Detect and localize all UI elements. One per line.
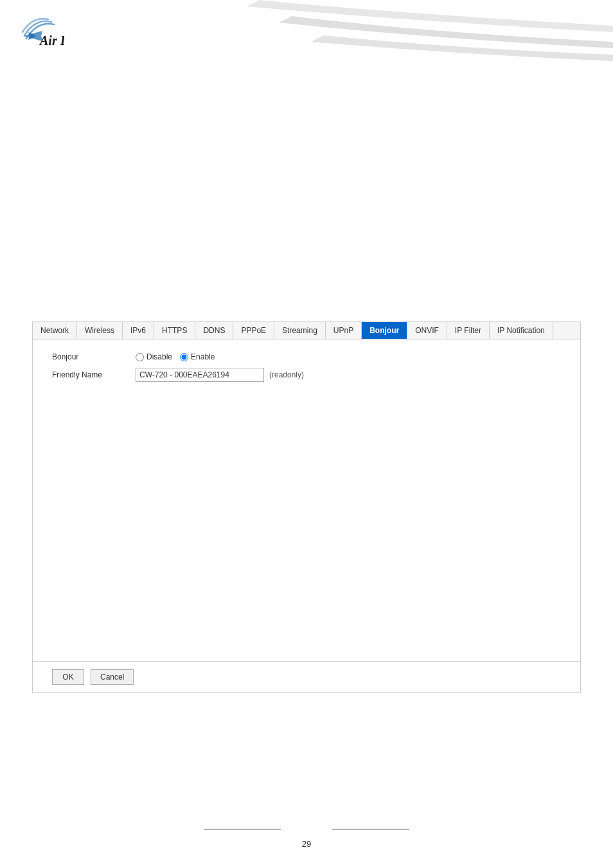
page-number: 29 xyxy=(302,839,311,849)
tab-bonjour[interactable]: Bonjour xyxy=(362,322,407,339)
bonjour-disable-radio[interactable] xyxy=(136,353,144,361)
tabs-container: Network Wireless IPv6 HTTPS DDNS PPPoE S… xyxy=(32,321,581,693)
friendly-name-input[interactable] xyxy=(136,368,264,382)
bonjour-section: Bonjour Disable Enable Friendl xyxy=(52,352,561,382)
bonjour-radio-group: Disable Enable xyxy=(136,352,215,361)
cancel-button[interactable]: Cancel xyxy=(91,669,134,685)
tab-ip-filter[interactable]: IP Filter xyxy=(447,322,490,339)
bonjour-enable-label: Enable xyxy=(191,352,215,361)
bottom-line-right xyxy=(332,829,409,829)
tab-ipv6[interactable]: IPv6 xyxy=(123,322,154,339)
tab-ip-notification[interactable]: IP Notification xyxy=(490,322,553,339)
friendly-name-label: Friendly Name xyxy=(52,370,136,379)
bonjour-disable-label: Disable xyxy=(147,352,172,361)
main-content: Network Wireless IPv6 HTTPS DDNS PPPoE S… xyxy=(0,309,613,706)
tab-onvif[interactable]: ONVIF xyxy=(407,322,447,339)
logo-icon: Air Live ® xyxy=(19,13,64,48)
friendly-name-row: Friendly Name (readonly) xyxy=(52,368,561,382)
svg-text:Air Live: Air Live xyxy=(39,33,64,48)
tab-https[interactable]: HTTPS xyxy=(154,322,195,339)
tab-network[interactable]: Network xyxy=(33,322,77,339)
bonjour-label: Bonjour xyxy=(52,352,136,361)
panel-content: Bonjour Disable Enable Friendl xyxy=(33,339,580,661)
header-decoration xyxy=(195,0,613,71)
header: Air Live ® xyxy=(0,0,613,77)
tabs-bar: Network Wireless IPv6 HTTPS DDNS PPPoE S… xyxy=(33,322,580,339)
ok-button[interactable]: OK xyxy=(52,669,84,685)
tab-ddns[interactable]: DDNS xyxy=(195,322,233,339)
readonly-note: (readonly) xyxy=(269,370,304,379)
bottom-line-left xyxy=(204,829,281,829)
bonjour-row: Bonjour Disable Enable xyxy=(52,352,561,361)
tab-streaming[interactable]: Streaming xyxy=(274,322,326,339)
bonjour-disable-option[interactable]: Disable xyxy=(136,352,172,361)
logo: Air Live ® xyxy=(19,13,64,48)
bottom-lines xyxy=(204,829,409,829)
tab-upnp[interactable]: UPnP xyxy=(326,322,362,339)
buttons-area: OK Cancel xyxy=(33,661,580,692)
bonjour-enable-radio[interactable] xyxy=(180,353,188,361)
bonjour-enable-option[interactable]: Enable xyxy=(180,352,215,361)
tab-wireless[interactable]: Wireless xyxy=(77,322,123,339)
tab-pppoe[interactable]: PPPoE xyxy=(233,322,274,339)
